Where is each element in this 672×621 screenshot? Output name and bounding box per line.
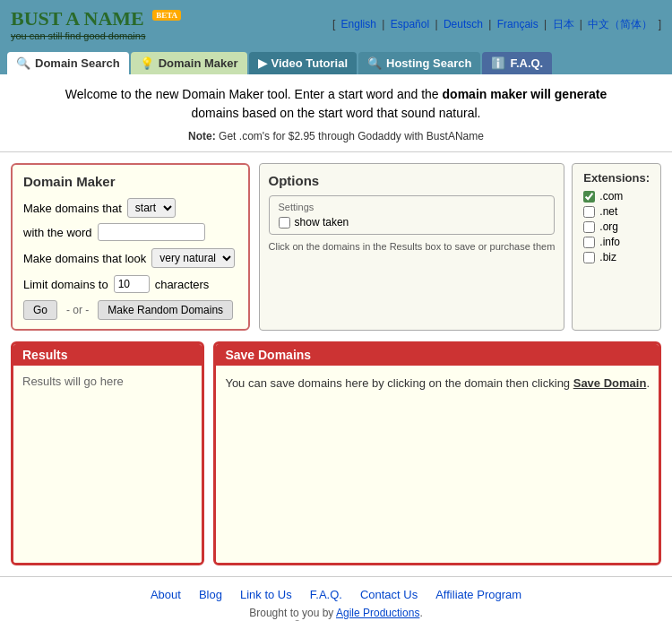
save-domain-link[interactable]: Save Domain [573,376,647,390]
footer-blog[interactable]: Blog [199,588,222,601]
footer-links: About Blog Link to Us F.A.Q. Contact Us … [11,588,661,601]
footer: About Blog Link to Us F.A.Q. Contact Us … [0,576,672,621]
tab-domain-search-label: Domain Search [35,56,120,70]
save-domains-box: Save Domains You can save domains here b… [213,341,661,565]
ext-com: .com [583,190,650,203]
ext-org-checkbox[interactable] [583,221,595,233]
options-title: Options [269,173,556,188]
options-extensions-area: Options Settings show taken Click on the… [259,163,661,331]
tab-video-tutorial-label: Video Tutorial [271,56,348,70]
tab-domain-maker-label: Domain Maker [159,56,238,70]
go-button[interactable]: Go [23,300,57,320]
row3-prefix: Limit domains to [23,278,108,291]
footer-copyright: Brought to you by Agile Productions. Cop… [11,607,661,621]
ext-com-checkbox[interactable] [583,191,595,203]
lang-english[interactable]: English [341,18,376,30]
start-end-select[interactable]: start end [127,198,176,218]
results-box: Results Results will go here [11,341,204,565]
show-taken-option: show taken [279,216,546,229]
welcome-note: Note: Get .com's for $2.95 through Godad… [18,128,654,144]
save-domains-body: You can save domains here by clicking on… [216,366,659,563]
show-taken-label: show taken [295,216,349,229]
tab-faq[interactable]: ℹ️ F.A.Q. [482,52,552,74]
tab-faq-label: F.A.Q. [510,56,543,70]
char-limit-input[interactable] [114,275,150,293]
welcome-text: Welcome to the new Domain Maker tool. En… [18,85,654,123]
lightbulb-icon: 💡 [140,56,154,70]
footer-link-to-us[interactable]: Link to Us [240,588,292,601]
footer-about[interactable]: About [151,588,181,601]
hosting-search-icon: 🔍 [367,56,382,70]
welcome-section: Welcome to the new Domain Maker tool. En… [0,74,672,152]
results-body[interactable]: Results will go here [13,366,202,563]
row1-suffix: with the word [23,226,92,239]
start-word-input[interactable] [98,223,205,241]
tab-hosting-search-label: Hosting Search [386,56,471,70]
settings-group: Settings show taken [269,195,556,235]
main-section: Domain Maker Make domains that start end… [0,152,672,341]
nav-bar: 🔍 Domain Search 💡 Domain Maker ▶ Video T… [0,48,672,74]
dm-actions: Go - or - Make Random Domains [23,300,237,320]
tab-hosting-search[interactable]: 🔍 Hosting Search [358,52,480,74]
ext-org: .org [583,220,650,233]
footer-brought-to-you: Brought to you by [249,607,336,619]
show-taken-checkbox[interactable] [279,217,290,229]
ext-biz-checkbox[interactable] [583,252,595,263]
ext-biz-label: .biz [599,251,616,263]
header: BUST A NAME BETA you can still find good… [0,0,672,48]
logo: BUST A NAME BETA [11,7,181,30]
make-domains-row2: Make domains that look very natural natu… [23,248,237,268]
ext-com-label: .com [599,190,623,203]
make-random-button[interactable]: Make Random Domains [98,300,233,320]
beta-badge: BETA [152,10,181,21]
natural-select[interactable]: very natural natural any [151,248,235,268]
options-description: Click on the domains in the Results box … [269,240,556,254]
ext-net: .net [583,205,650,218]
ext-info-checkbox[interactable] [583,237,595,248]
ext-info: .info [583,236,650,248]
tab-domain-search[interactable]: 🔍 Domain Search [7,52,129,74]
lang-espanol[interactable]: Español [391,18,429,30]
logo-area: BUST A NAME BETA you can still find good… [11,7,181,41]
options-box: Options Settings show taken Click on the… [259,163,565,331]
ext-biz: .biz [583,251,650,263]
lang-deutsch[interactable]: Deutsch [444,18,483,30]
settings-label: Settings [279,202,546,212]
ext-info-label: .info [599,236,620,248]
tab-domain-maker[interactable]: 💡 Domain Maker [131,52,247,74]
or-text: - or - [66,304,89,316]
footer-contact-us[interactable]: Contact Us [360,588,418,601]
save-domains-header: Save Domains [216,344,659,366]
row2-prefix: Make domains that look [23,252,146,265]
video-icon: ▶ [258,56,267,70]
row3-suffix: characters [155,278,210,291]
extensions-box: Extensions: .com .net .org .info .biz [572,163,661,331]
info-icon: ℹ️ [491,56,505,70]
language-bar: [ English | Español | Deutsch | Français… [332,17,661,32]
extensions-title: Extensions: [583,171,650,185]
agile-productions-link[interactable]: Agile Productions [336,607,419,619]
ext-org-label: .org [599,220,618,233]
footer-faq[interactable]: F.A.Q. [310,588,342,601]
domain-maker-box: Domain Maker Make domains that start end… [11,163,250,331]
lang-chinese[interactable]: 中文（简体） [588,18,652,30]
lang-japanese[interactable]: 日本 [553,18,574,30]
make-domains-row3: Limit domains to characters [23,275,237,293]
make-domains-row1: Make domains that start end with the wor… [23,198,237,241]
footer-affiliate[interactable]: Affiliate Program [435,588,521,601]
ext-net-label: .net [599,205,617,218]
results-header: Results [13,344,202,366]
search-icon: 🔍 [16,56,30,70]
lang-francais[interactable]: Français [497,18,538,30]
row1-prefix: Make domains that [23,202,122,215]
domain-maker-title: Domain Maker [23,174,237,189]
tagline: you can still find good domains [11,30,181,41]
ext-net-checkbox[interactable] [583,206,595,218]
bottom-section: Results Results will go here Save Domain… [0,341,672,576]
tab-video-tutorial[interactable]: ▶ Video Tutorial [249,52,357,74]
